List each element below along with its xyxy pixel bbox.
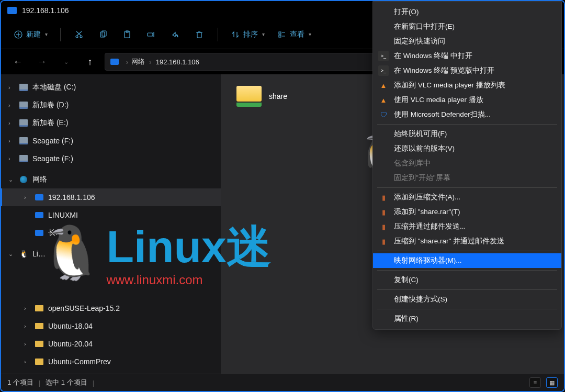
tree-ubuntucomm[interactable]: ›Ubuntu-CommPrev (1, 353, 221, 371)
sort-icon (231, 30, 240, 39)
tree-seagate-f2[interactable]: ›Seagate (F:) (1, 150, 221, 167)
folder-icon (35, 357, 44, 366)
svg-rect-18 (279, 35, 281, 37)
folder-icon (35, 304, 44, 313)
separator (377, 124, 557, 125)
tree-ubuntu2004[interactable]: ›Ubuntu-20.04 (1, 335, 221, 353)
view-button[interactable]: 查看 ▾ (272, 25, 317, 44)
tree-linux-group[interactable]: ⌄Li… (1, 245, 221, 263)
ctx-open-new-window[interactable]: 在新窗口中打开(E) (373, 19, 561, 34)
ctx-windows-terminal[interactable]: >_在 Windows 终端 中打开 (373, 49, 561, 63)
status-bar: 1 个项目 | 选中 1 个项目 | ≡ ▦ (1, 374, 564, 391)
rar-icon: ▮ (378, 192, 389, 203)
folder-share[interactable]: share (231, 82, 357, 111)
ctx-vlc-play[interactable]: ▲使用 VLC media player 播放 (373, 93, 561, 107)
ctx-create-shortcut[interactable]: 创建快捷方式(S) (373, 292, 561, 307)
monitor-icon (35, 193, 44, 202)
folder-name: share (269, 92, 287, 100)
tree-drive-c[interactable]: ›本地磁盘 (C:) (1, 79, 221, 96)
vlc-icon: ▲ (378, 80, 389, 91)
terminal-icon: >_ (378, 51, 389, 61)
view-details-button[interactable]: ≡ (529, 377, 541, 388)
ctx-windows-terminal-preview[interactable]: >_在 Windows 终端 预览版中打开 (373, 63, 561, 78)
monitor-icon (35, 228, 44, 238)
rar-icon: ▮ (378, 221, 389, 232)
drive-icon (19, 100, 28, 110)
ctx-copy[interactable]: 复制(C) (373, 273, 561, 287)
ctx-add-share-rar[interactable]: ▮添加到 "share.rar"(T) (373, 205, 561, 219)
recent-button[interactable]: ⌄ (56, 52, 75, 71)
ctx-add-archive[interactable]: ▮添加到压缩文件(A)... (373, 190, 561, 205)
tree-seagate-f1[interactable]: ›Seagate (F:) (1, 132, 221, 150)
ctx-pin-quick-access[interactable]: 固定到快速访问 (373, 34, 561, 49)
new-label: 新建 (26, 30, 41, 39)
cut-icon (74, 30, 84, 39)
ctx-map-network-drive[interactable]: 映射网络驱动器(M)... (373, 253, 561, 268)
tree-host-linuxmi[interactable]: LINUXMI (1, 206, 221, 224)
folder-icon (35, 339, 44, 349)
separator (377, 251, 557, 251)
crumb-sep: › (126, 58, 128, 66)
view-icons-button[interactable]: ▦ (546, 377, 558, 388)
window-icon (7, 7, 17, 14)
rar-icon: ▮ (378, 236, 389, 247)
svg-rect-16 (279, 32, 281, 34)
share-icon (171, 30, 180, 39)
up-button[interactable]: ↑ (81, 52, 99, 71)
delete-button[interactable] (188, 25, 210, 44)
context-menu: 打开(O) 在新窗口中打开(E) 固定到快速访问 >_在 Windows 终端 … (372, 1, 562, 330)
ctx-pin-start[interactable]: 固定到"开始"屏幕 (373, 171, 561, 185)
ctx-properties[interactable]: 属性(R) (373, 311, 561, 326)
folder-icon (236, 86, 262, 107)
tree-drive-d[interactable]: ›新加卷 (D:) (1, 96, 221, 114)
rename-button[interactable] (140, 25, 162, 44)
crumb-network[interactable]: 网络 (131, 57, 145, 66)
ctx-compress-share-email[interactable]: ▮压缩到 "share.rar" 并通过邮件发送 (373, 234, 561, 249)
tree-drive-e[interactable]: ›新加卷 (E:) (1, 114, 221, 132)
tree-opensuse[interactable]: ›openSUSE-Leap-15.2 (1, 299, 221, 317)
svg-rect-11 (148, 33, 153, 36)
sort-label: 排序 (243, 30, 258, 39)
drive-icon (19, 83, 28, 92)
back-button[interactable]: ← (8, 52, 27, 71)
copy-button[interactable] (92, 25, 114, 44)
vlc-icon: ▲ (378, 95, 389, 105)
new-button[interactable]: 新建 ▾ (8, 25, 53, 44)
plus-icon (14, 30, 23, 39)
ctx-always-offline[interactable]: 始终脱机可用(F) (373, 127, 561, 141)
svg-point-4 (80, 36, 82, 38)
separator (377, 289, 557, 290)
crumb-sep: › (149, 58, 151, 66)
crumb-host[interactable]: 192.168.1.106 (156, 58, 199, 66)
tux-icon (19, 249, 28, 259)
ctx-include-library[interactable]: 包含到库中 (373, 156, 561, 171)
forward-button[interactable]: → (32, 52, 51, 71)
ctx-restore-previous[interactable]: 还原以前的版本(V) (373, 141, 561, 156)
status-selected-count: 选中 1 个项目 (46, 378, 87, 387)
separator (377, 309, 557, 309)
sidebar-tree: ›本地磁盘 (C:) ›新加卷 (D:) ›新加卷 (E:) ›Seagate … (1, 74, 221, 374)
separator (218, 28, 218, 41)
status-divider: | (93, 379, 94, 387)
drive-icon (19, 136, 28, 145)
network-icon (19, 175, 28, 184)
ctx-open[interactable]: 打开(O) (373, 5, 561, 19)
terminal-icon: >_ (378, 65, 389, 76)
paste-button[interactable] (116, 25, 138, 44)
monitor-icon (110, 59, 119, 65)
ctx-defender-scan[interactable]: 🛡使用 Microsoft Defender扫描... (373, 107, 561, 122)
ctx-vlc-add[interactable]: ▲添加到 VLC media player 播放列表 (373, 78, 561, 93)
ctx-compress-email[interactable]: ▮压缩并通过邮件发送... (373, 219, 561, 234)
sort-button[interactable]: 排序 ▾ (225, 25, 270, 44)
separator (60, 28, 61, 41)
tree-host-current[interactable]: ›192.168.1.106 (1, 188, 221, 206)
status-divider: | (39, 379, 40, 387)
tree-ubuntu1804[interactable]: ›Ubuntu-18.04 (1, 317, 221, 335)
view-icon (277, 30, 287, 39)
tree-network[interactable]: ⌄网络 (1, 171, 221, 188)
cut-button[interactable] (68, 25, 90, 44)
share-button[interactable] (164, 25, 186, 44)
chevron-down-icon: ▾ (309, 31, 311, 37)
svg-line-5 (77, 31, 82, 36)
tree-host-chang[interactable]: 长… (1, 224, 221, 242)
